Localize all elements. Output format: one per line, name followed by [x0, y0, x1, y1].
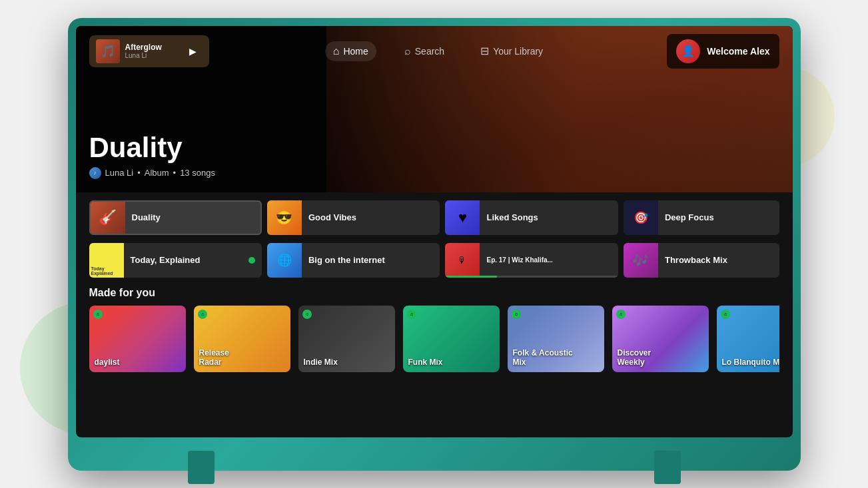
episode-progress-fill — [445, 276, 497, 278]
welcome-text: Welcome Alex — [707, 46, 769, 57]
hero-section: 🎵 Afterglow Luna Li ▶ ⌂ Home ⌕ Search — [76, 26, 793, 192]
spotify-dot-loblanquito: ♫ — [721, 310, 730, 319]
new-indicator-today — [248, 257, 255, 264]
quick-item-bigoninternet[interactable]: 🌐 Big on the internet — [267, 243, 440, 278]
navbar: 🎵 Afterglow Luna Li ▶ ⌂ Home ⌕ Search — [76, 26, 793, 77]
card-discover-weekly[interactable]: ♫ DiscoverWeekly — [612, 306, 709, 372]
album-title: Duality — [89, 134, 215, 162]
quick-art-ep17: 🎙 — [445, 243, 480, 278]
quick-label-ep17: Ep. 17 | Wiz Khalifa... — [480, 256, 618, 264]
card-daylist[interactable]: ♫ daylist — [89, 306, 186, 372]
card-release-radar[interactable]: ♫ ReleaseRadar — [194, 306, 290, 372]
nav-library-label: Your Library — [493, 46, 543, 57]
quick-art-deepfocus: 🎯 — [624, 200, 658, 235]
tv-stand-right — [654, 451, 681, 484]
spotify-dot-indie: ♫ — [302, 310, 312, 319]
spotify-dot-funk: ♫ — [407, 310, 416, 319]
card-label-daylist: daylist — [95, 358, 120, 367]
nav-library[interactable]: ⊟ Your Library — [472, 41, 551, 61]
card-label-folk: Folk & AcousticMix — [513, 348, 573, 367]
quick-item-ep17[interactable]: 🎙 Ep. 17 | Wiz Khalifa... — [445, 243, 618, 278]
quick-art-goodvibes: 😎 — [267, 200, 302, 235]
now-playing-artist: Luna Li — [125, 52, 179, 59]
nav-links: ⌂ Home ⌕ Search ⊟ Your Library — [209, 41, 667, 61]
nav-home[interactable]: ⌂ Home — [325, 41, 376, 61]
play-button[interactable]: ▶ — [184, 42, 203, 61]
home-icon: ⌂ — [333, 45, 340, 57]
quick-art-liked: ♥ — [445, 200, 480, 235]
quick-art-today: Today Explained — [89, 243, 124, 278]
card-label-discover: DiscoverWeekly — [618, 348, 651, 367]
quick-art-bigoninternet: 🌐 — [267, 243, 302, 278]
quick-access-row1: 🎸 Duality 😎 Good Vibes ♥ Liked Songs 🎯 D… — [76, 192, 793, 243]
user-avatar: 👤 — [676, 39, 700, 63]
quick-item-todayexplained[interactable]: Today Explained Today, Explained — [89, 243, 262, 278]
hero-content: Duality ♪ Luna Li • Album • 13 songs — [89, 134, 215, 179]
quick-item-deepfocus[interactable]: 🎯 Deep Focus — [624, 200, 779, 235]
search-icon: ⌕ — [404, 45, 411, 57]
spotify-dot-release: ♫ — [198, 310, 207, 319]
quick-item-throwback[interactable]: 🎶 Throwback Mix — [624, 243, 779, 278]
quick-label-throwback: Throwback Mix — [658, 255, 779, 265]
welcome-widget: 👤 Welcome Alex — [667, 34, 779, 69]
album-song-count: 13 songs — [180, 168, 215, 178]
album-type: Album — [145, 168, 169, 178]
tv-frame: 🎵 Afterglow Luna Li ▶ ⌂ Home ⌕ Search — [68, 18, 801, 471]
card-label-funk: Funk Mix — [408, 358, 443, 367]
album-artist: Luna Li — [105, 168, 134, 178]
now-playing-info: Afterglow Luna Li — [125, 43, 179, 59]
album-separator2: • — [173, 168, 177, 178]
library-icon: ⊟ — [480, 45, 489, 57]
album-separator1: • — [137, 168, 141, 178]
card-funk-mix[interactable]: ♫ Funk Mix — [403, 306, 500, 372]
section-title-made-for-you: Made for you — [89, 287, 779, 299]
now-playing-widget[interactable]: 🎵 Afterglow Luna Li ▶ — [89, 35, 209, 67]
quick-access-row2: Today Explained Today, Explained 🌐 Big o… — [76, 243, 793, 284]
quick-label-goodvibes: Good Vibes — [302, 212, 440, 222]
tv-stand-left — [188, 451, 215, 484]
nav-search-label: Search — [415, 46, 444, 57]
made-for-you-cards: ♫ daylist ♫ ReleaseRadar ♫ Indie Mix ♫ F… — [89, 306, 779, 372]
quick-label-likedsongs: Liked Songs — [480, 212, 618, 222]
quick-item-goodvibes[interactable]: 😎 Good Vibes — [267, 200, 440, 235]
now-playing-title: Afterglow — [125, 43, 179, 52]
card-label-loblanquito: Lo Blanquito Mix — [722, 358, 779, 367]
quick-label-deepfocus: Deep Focus — [658, 212, 779, 222]
album-meta: ♪ Luna Li • Album • 13 songs — [89, 167, 215, 179]
card-folk-acoustic[interactable]: ♫ Folk & AcousticMix — [508, 306, 604, 372]
quick-item-likedsongs[interactable]: ♥ Liked Songs — [445, 200, 618, 235]
card-label-release: ReleaseRadar — [199, 348, 229, 367]
spotify-dot-daylist: ♫ — [93, 310, 103, 319]
card-label-indie: Indie Mix — [304, 358, 338, 367]
nav-search[interactable]: ⌕ Search — [396, 41, 452, 61]
episode-progress — [445, 276, 618, 278]
card-lo-blanquito[interactable]: ♫ Lo Blanquito Mix — [717, 306, 779, 372]
quick-item-duality[interactable]: 🎸 Duality — [89, 200, 262, 235]
quick-label-duality: Duality — [125, 212, 260, 222]
artist-verified-icon: ♪ — [89, 167, 101, 179]
quick-art-duality: 🎸 — [91, 200, 125, 235]
quick-art-throwback: 🎶 — [624, 243, 658, 278]
spotify-dot-folk: ♫ — [512, 310, 521, 319]
made-for-you-section: Made for you ♫ daylist ♫ ReleaseRadar ♫ … — [76, 284, 793, 375]
now-playing-art: 🎵 — [96, 39, 120, 63]
tv-screen: 🎵 Afterglow Luna Li ▶ ⌂ Home ⌕ Search — [76, 26, 793, 437]
spotify-dot-discover: ♫ — [616, 310, 626, 319]
quick-label-bigoninternet: Big on the internet — [302, 255, 440, 265]
card-indie-mix[interactable]: ♫ Indie Mix — [298, 306, 395, 372]
quick-label-today: Today, Explained — [124, 255, 248, 265]
nav-home-label: Home — [343, 46, 368, 57]
